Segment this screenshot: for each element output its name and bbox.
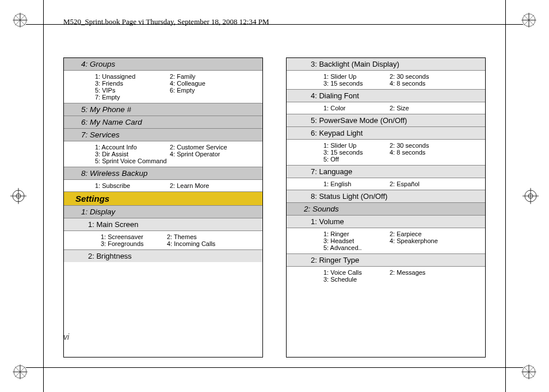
crop-mark-icon xyxy=(13,364,28,379)
heading-status-light: 8: Status Light (On/Off) xyxy=(287,190,485,203)
crop-mark-icon xyxy=(13,13,28,28)
options-volume: 1: Ringer2: Earpiece 3: Headset4: Speake… xyxy=(287,228,485,254)
options-services: 1: Account Info2: Customer Service 3: Di… xyxy=(64,141,262,167)
page-number: vi xyxy=(63,332,69,341)
heading-wireless-backup: 8: Wireless Backup xyxy=(64,167,262,180)
options-language: 1: English2: Español xyxy=(287,178,485,190)
heading-brightness: 2: Brightness xyxy=(64,250,262,262)
crop-mark-icon xyxy=(521,13,536,28)
options-backlight: 1: Slider Up2: 30 seconds 3: 15 seconds4… xyxy=(287,71,485,90)
options-keypad-light: 1: Slider Up2: 30 seconds 3: 15 seconds4… xyxy=(287,140,485,166)
options-groups: 1: Unassigned2: Family 3: Friends4: Coll… xyxy=(64,71,262,103)
left-column: 4: Groups 1: Unassigned2: Family 3: Frie… xyxy=(63,57,263,358)
heading-powersave: 5: PowerSave Mode (On/Off) xyxy=(287,114,485,127)
options-dialing-font: 1: Color2: Size xyxy=(287,102,485,114)
heading-language: 7: Language xyxy=(287,166,485,178)
heading-my-phone: 5: My Phone # xyxy=(64,103,262,116)
registration-mark-icon xyxy=(10,188,26,204)
heading-sounds: 2: Sounds xyxy=(287,203,485,216)
options-ringer-type: 1: Voice Calls2: Messages 3: Schedule xyxy=(287,267,485,285)
heading-display: 1: Display xyxy=(64,206,262,218)
heading-ringer-type: 2: Ringer Type xyxy=(287,254,485,267)
registration-mark-icon xyxy=(523,188,539,204)
document-header: M520_Sprint.book Page vi Thursday, Septe… xyxy=(63,17,269,26)
options-main-screen: 1: Screensaver2: Themes 3: Foregrounds4:… xyxy=(64,231,262,250)
right-column: 3: Backlight (Main Display) 1: Slider Up… xyxy=(286,57,486,358)
heading-settings: Settings xyxy=(64,192,262,206)
heading-services: 7: Services xyxy=(64,129,262,141)
heading-dialing-font: 4: Dialing Font xyxy=(287,90,485,102)
heading-backlight: 3: Backlight (Main Display) xyxy=(287,58,485,71)
options-wireless-backup: 1: Subscribe2: Learn More xyxy=(64,180,262,192)
heading-main-screen: 1: Main Screen xyxy=(64,218,262,231)
heading-groups: 4: Groups xyxy=(64,58,262,71)
page-content: 4: Groups 1: Unassigned2: Family 3: Frie… xyxy=(63,57,486,358)
crop-mark-icon xyxy=(521,364,536,379)
heading-my-name-card: 6: My Name Card xyxy=(64,116,262,129)
heading-volume: 1: Volume xyxy=(287,216,485,228)
heading-keypad-light: 6: Keypad Light xyxy=(287,127,485,140)
